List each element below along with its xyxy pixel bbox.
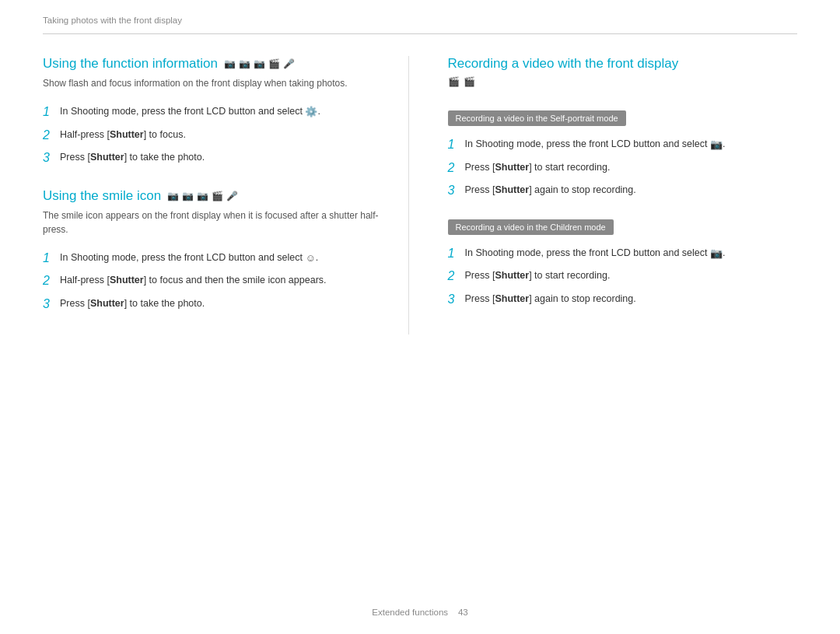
camera-icon2: 📷	[239, 58, 250, 69]
badge-self-portrait: Recording a video in the Self-portrait m…	[448, 110, 626, 126]
page-footer: Extended functions 43	[0, 608, 840, 617]
camera-icon1: 📷	[224, 58, 236, 69]
step-item: 3 Press [Shutter] to take the photo.	[43, 150, 393, 165]
step-item: 3 Press [Shutter] again to stop recordin…	[448, 292, 798, 306]
section1-heading: Using the function information 📷 📷 📷 🎬 🎤	[43, 56, 393, 72]
content-columns: Using the function information 📷 📷 📷 🎬 🎤…	[43, 56, 797, 335]
step-item: 2 Press [Shutter] to start recording.	[448, 268, 798, 283]
right-column: Recording a video with the front display…	[440, 56, 798, 335]
section1-steps: 1 In Shooting mode, press the front LCD …	[43, 104, 393, 165]
camera-icon4: 🎬	[268, 58, 280, 69]
subsection-children: Recording a video in the Children mode 1…	[448, 219, 798, 306]
subsection1-steps: 1 In Shooting mode, press the front LCD …	[448, 137, 798, 198]
footer-text: Extended functions	[372, 608, 448, 617]
right-icon1: 🎬	[448, 76, 460, 87]
step-item: 1 In Shooting mode, press the front LCD …	[448, 246, 798, 261]
step-item: 1 In Shooting mode, press the front LCD …	[448, 137, 798, 152]
breadcrumb: Taking photos with the front display	[43, 16, 182, 25]
section-smile-icon: Using the smile icon 📷 📷 📷 🎬 🎤 The smile…	[43, 188, 393, 311]
camera-icon7: 📷	[182, 191, 194, 201]
step-item: 1 In Shooting mode, press the front LCD …	[43, 104, 393, 120]
section2-icons: 📷 📷 📷 🎬 🎤	[167, 191, 238, 201]
section-function-information: Using the function information 📷 📷 📷 🎬 🎤…	[43, 56, 393, 165]
section2-steps: 1 In Shooting mode, press the front LCD …	[43, 250, 393, 311]
section1-desc: Show flash and focus information on the …	[43, 76, 393, 90]
camera-icon9: 🎬	[212, 191, 223, 201]
step-item: 3 Press [Shutter] again to stop recordin…	[448, 183, 798, 198]
step-item: 2 Press [Shutter] to start recording.	[448, 160, 798, 175]
right-top-icons: 🎬 🎬	[448, 76, 798, 87]
section2-heading: Using the smile icon 📷 📷 📷 🎬 🎤	[43, 188, 393, 204]
section1-icons: 📷 📷 📷 🎬 🎤	[224, 58, 295, 69]
step-item: 1 In Shooting mode, press the front LCD …	[43, 250, 393, 266]
badge-children: Recording a video in the Children mode	[448, 219, 614, 235]
right-main-heading: Recording a video with the front display	[448, 56, 798, 72]
smile-select-icon: ☺	[305, 250, 315, 266]
left-column: Using the function information 📷 📷 📷 🎬 🎤…	[43, 56, 409, 335]
page-number: 43	[458, 608, 468, 617]
right-section-heading-block: Recording a video with the front display…	[448, 56, 798, 87]
video-select-icon2: 📷	[710, 246, 723, 261]
video-select-icon1: 📷	[710, 137, 723, 152]
camera-icon10: 🎤	[226, 191, 238, 201]
subsection-self-portrait: Recording a video in the Self-portrait m…	[448, 110, 798, 198]
camera-icon5: 🎤	[283, 58, 295, 69]
breadcrumb-bar: Taking photos with the front display	[43, 0, 797, 34]
section2-desc: The smile icon appears on the front disp…	[43, 208, 393, 236]
step-item: 2 Half-press [Shutter] to focus.	[43, 128, 393, 142]
select-icon1: ⚙️	[305, 104, 317, 120]
camera-icon3: 📷	[254, 58, 265, 69]
step-item: 3 Press [Shutter] to take the photo.	[43, 296, 393, 311]
page-container: Taking photos with the front display Usi…	[0, 0, 840, 634]
right-icon2: 🎬	[464, 76, 475, 87]
subsection2-steps: 1 In Shooting mode, press the front LCD …	[448, 246, 798, 306]
step-item: 2 Half-press [Shutter] to focus and then…	[43, 273, 393, 288]
camera-icon8: 📷	[197, 191, 208, 201]
camera-icon6: 📷	[167, 191, 179, 201]
